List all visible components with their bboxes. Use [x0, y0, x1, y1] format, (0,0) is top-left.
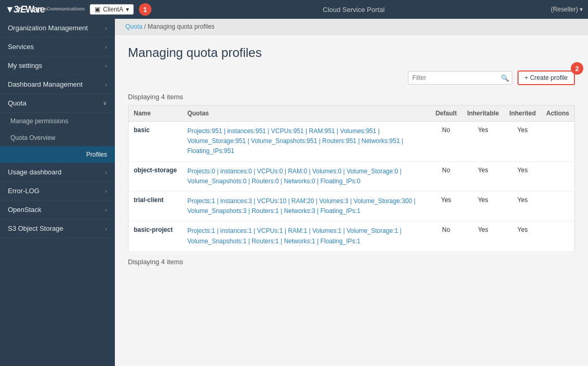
cell-quotas: Projects:1 | instances:3 | VCPUs:10 | RA…: [182, 191, 430, 221]
table-row[interactable]: basic Projects:951 | instances:951 | VCP…: [128, 122, 575, 162]
filter-row: 🔍 2 + Create profile: [128, 70, 575, 85]
table-row[interactable]: object-storage Projects:0 | instances:0 …: [128, 161, 575, 191]
sidebar-label-my-settings: My settings: [8, 62, 42, 69]
cell-name: object-storage: [128, 161, 182, 191]
table-header-row: Name Quotas Default Inheritable Inherite…: [128, 105, 575, 122]
client-icon: ▣: [95, 6, 100, 13]
logo-subtitle: eCommunications: [44, 6, 85, 11]
th-actions: Actions: [541, 105, 575, 122]
cell-name: basic: [128, 122, 182, 162]
cell-default: No: [430, 161, 462, 191]
cell-inherited: Yes: [504, 221, 541, 251]
step-2-badge: 2: [571, 62, 583, 75]
sidebar-item-dashboard-mgmt[interactable]: Dashboard Management ›: [0, 75, 115, 94]
client-selector[interactable]: ▣ ClientA ▾: [90, 4, 134, 15]
chevron-right-icon: ›: [105, 188, 107, 194]
breadcrumb-root[interactable]: Quota: [125, 23, 143, 30]
client-chevron-icon: ▾: [126, 6, 129, 13]
display-count-bottom: Displaying 4 items: [128, 258, 575, 266]
sidebar-label-dashboard-mgmt: Dashboard Management: [8, 80, 83, 88]
table-row[interactable]: trial-client Projects:1 | instances:3 | …: [128, 191, 575, 221]
cell-inheritable: Yes: [462, 221, 504, 251]
sidebar-item-usage-dashboard[interactable]: Usage dashboard ›: [0, 163, 115, 182]
sidebar-subitem-manage-permissions[interactable]: Manage permissions: [0, 113, 115, 129]
chevron-right-icon: ›: [105, 207, 107, 213]
sidebar-subitem-quota-overview[interactable]: Quota Overview: [0, 129, 115, 146]
th-name: Name: [128, 105, 182, 122]
chevron-down-icon: ∨: [103, 100, 107, 107]
filter-input[interactable]: [408, 71, 512, 85]
chevron-right-icon: ›: [105, 63, 107, 69]
chevron-right-icon: ›: [105, 169, 107, 175]
cell-default: No: [430, 122, 462, 162]
cell-name: basic-project: [128, 221, 182, 251]
sidebar-label-s3-object-storage: S3 Object Storage: [8, 225, 63, 232]
cell-actions: [541, 122, 575, 162]
cell-actions: [541, 161, 575, 191]
sidebar-item-s3-object-storage[interactable]: S3 Object Storage ›: [0, 219, 115, 238]
sidebar-subitem-profiles[interactable]: Profiles: [0, 146, 115, 163]
sidebar-item-quota[interactable]: Quota ∨: [0, 94, 115, 113]
sidebar-label-error-log: Error-LOG: [8, 187, 40, 195]
main-content: Quota / Managing quota profiles Managing…: [115, 19, 588, 366]
breadcrumb-current: Managing quota profiles: [148, 23, 215, 30]
sidebar-label-org-mgmt: Organization Management: [8, 24, 88, 32]
chevron-right-icon: ›: [105, 25, 107, 31]
sidebar-label-quota: Quota: [8, 99, 26, 107]
cell-quotas: Projects:0 | instances:0 | VCPUs:0 | RAM…: [182, 161, 430, 191]
sidebar: Organization Management › Services › My …: [0, 19, 115, 366]
quota-table: Name Quotas Default Inheritable Inherite…: [128, 105, 575, 252]
cell-actions: [541, 191, 575, 221]
create-profile-button[interactable]: 2 + Create profile: [518, 70, 575, 85]
sidebar-item-openstack[interactable]: OpenStack ›: [0, 200, 115, 219]
chevron-right-icon: ›: [105, 226, 107, 232]
th-inheritable: Inheritable: [462, 105, 504, 122]
filter-input-wrap: 🔍: [408, 71, 512, 85]
client-name: ClientA: [103, 6, 123, 13]
topbar: ▼3rEWare eCommunications ▣ ClientA ▾ 1 C…: [0, 0, 588, 19]
sidebar-label-usage-dashboard: Usage dashboard: [8, 168, 62, 176]
search-icon-button[interactable]: 🔍: [501, 74, 509, 82]
cell-default: No: [430, 221, 462, 251]
logo: ▼3rEWare eCommunications: [5, 4, 85, 15]
cell-inheritable: Yes: [462, 122, 504, 162]
sidebar-item-my-settings[interactable]: My settings ›: [0, 56, 115, 75]
cell-quotas: Projects:1 | instances:1 | VCPUs:1 | RAM…: [182, 221, 430, 251]
th-inherited: Inherited: [504, 105, 541, 122]
cell-default: Yes: [430, 191, 462, 221]
sidebar-label-services: Services: [8, 43, 34, 51]
th-default: Default: [430, 105, 462, 122]
sidebar-label-openstack: OpenStack: [8, 206, 41, 214]
cell-inheritable: Yes: [462, 191, 504, 221]
cell-quotas: Projects:951 | instances:951 | VCPUs:951…: [182, 122, 430, 162]
user-info[interactable]: (Reseller) ▾: [551, 6, 583, 13]
sidebar-item-services[interactable]: Services ›: [0, 38, 115, 56]
cell-inherited: Yes: [504, 122, 541, 162]
table-row[interactable]: basic-project Projects:1 | instances:1 |…: [128, 221, 575, 251]
sidebar-item-org-mgmt[interactable]: Organization Management ›: [0, 19, 115, 38]
page-title: Managing quota profiles: [128, 45, 575, 60]
cell-inherited: Yes: [504, 161, 541, 191]
cell-name: trial-client: [128, 191, 182, 221]
portal-title: Cloud Service Portal: [157, 6, 551, 14]
page-content: Managing quota profiles 🔍 2 + Create pro…: [115, 35, 588, 280]
create-profile-label: + Create profile: [525, 74, 568, 81]
breadcrumb: Quota / Managing quota profiles: [115, 19, 588, 35]
cell-inherited: Yes: [504, 191, 541, 221]
cell-actions: [541, 221, 575, 251]
sidebar-item-error-log[interactable]: Error-LOG ›: [0, 182, 115, 200]
step-1-badge: 1: [139, 3, 151, 16]
th-quotas: Quotas: [182, 105, 430, 122]
chevron-right-icon: ›: [105, 81, 107, 88]
display-count-top: Displaying 4 items: [128, 93, 575, 101]
breadcrumb-separator: /: [144, 23, 148, 30]
chevron-right-icon: ›: [105, 44, 107, 50]
cell-inheritable: Yes: [462, 161, 504, 191]
layout: Organization Management › Services › My …: [0, 19, 588, 366]
